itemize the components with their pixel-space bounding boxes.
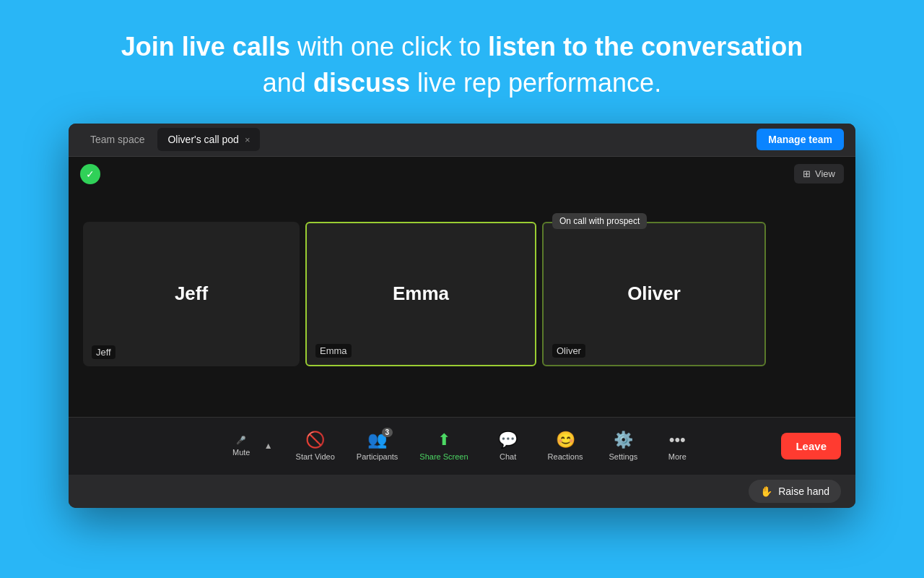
more-icon: ••• (669, 431, 686, 449)
share-screen-label: Share Screen (419, 452, 468, 461)
share-screen-button[interactable]: ⬆ Share Screen (408, 426, 479, 465)
chat-icon: 💬 (498, 431, 518, 449)
settings-button[interactable]: ⚙️ Settings (598, 426, 650, 465)
reactions-icon: 😊 (556, 431, 575, 449)
jeff-label: Jeff (175, 282, 208, 305)
tab-call-pod[interactable]: Oliver's call pod × (157, 128, 260, 151)
participant-oliver: On call with prospect Oliver Oliver (542, 222, 766, 366)
chat-label: Chat (500, 452, 516, 461)
participants-badge: 3 (382, 428, 393, 437)
participant-emma: Emma Emma (305, 222, 536, 366)
reactions-button[interactable]: 😊 Reactions (536, 426, 595, 465)
headline-normal1: with one click to (290, 32, 488, 61)
participants-button[interactable]: 👥 3 Participants (349, 426, 405, 465)
on-call-badge: On call with prospect (552, 213, 647, 229)
headline: Join live calls with one click to listen… (49, 0, 875, 124)
headline-bold3: discuss (313, 68, 410, 98)
tab-team-space[interactable]: Team space (80, 128, 154, 151)
view-grid-icon: ⊞ (803, 168, 811, 179)
headline-normal3: live rep performance. (410, 68, 661, 98)
raise-hand-button[interactable]: ✋ Raise hand (749, 480, 841, 503)
raise-hand-icon: ✋ (760, 486, 772, 497)
manage-team-button[interactable]: Manage team (757, 129, 844, 150)
oliver-name-overlay: Oliver (552, 344, 585, 358)
app-window: Team space Oliver's call pod × Manage te… (69, 124, 855, 508)
oliver-label: Oliver (627, 282, 681, 305)
share-screen-icon: ⬆ (437, 431, 450, 449)
call-top-bar: ✓ ⊞ View (80, 164, 844, 184)
view-label: View (815, 168, 835, 179)
settings-icon: ⚙️ (614, 431, 633, 449)
headline-normal2: and (263, 68, 313, 98)
emma-name-overlay: Emma (315, 344, 352, 358)
mute-chevron-icon[interactable]: ▲ (261, 436, 276, 455)
headline-bold2: listen to the conversation (488, 32, 803, 61)
leave-button[interactable]: Leave (781, 433, 841, 460)
tab-team-space-label: Team space (90, 134, 144, 145)
settings-label: Settings (609, 452, 638, 461)
view-button[interactable]: ⊞ View (794, 164, 844, 184)
raise-hand-bar: ✋ Raise hand (69, 475, 855, 508)
jeff-name-overlay: Jeff (92, 345, 116, 359)
mute-label: Mute (232, 448, 250, 457)
call-area: ✓ ⊞ View Jeff Jeff Emma Emma On call wit… (69, 157, 855, 417)
raise-hand-label: Raise hand (778, 486, 829, 497)
tab-close-icon[interactable]: × (245, 134, 250, 145)
tab-bar: Team space Oliver's call pod × Manage te… (69, 124, 855, 157)
toolbar: 🎤 Mute ▲ 🚫 Start Video 👥 3 Participants (69, 417, 855, 475)
video-label: Start Video (296, 452, 335, 461)
more-button[interactable]: ••• More (652, 426, 702, 465)
participants-icon-area: 👥 3 (367, 431, 387, 449)
participant-jeff: Jeff Jeff (83, 222, 300, 366)
participants-label: Participants (357, 452, 398, 461)
participants-grid: Jeff Jeff Emma Emma On call with prospec… (83, 178, 841, 410)
mute-icon: 🎤 (236, 436, 246, 445)
chat-button[interactable]: 💬 Chat (483, 426, 533, 465)
more-label: More (668, 452, 687, 461)
shield-icon: ✓ (80, 164, 100, 184)
mute-group: 🎤 Mute ▲ (222, 431, 282, 461)
emma-label: Emma (393, 282, 449, 305)
video-button[interactable]: 🚫 Start Video (284, 426, 346, 465)
reactions-label: Reactions (548, 452, 583, 461)
video-icon: 🚫 (305, 431, 325, 449)
headline-bold1: Join live calls (121, 32, 290, 61)
toolbar-items: 🎤 Mute ▲ 🚫 Start Video 👥 3 Participants (222, 426, 703, 465)
mute-button[interactable]: 🎤 Mute (222, 431, 261, 461)
tab-call-pod-label: Oliver's call pod (167, 134, 238, 145)
